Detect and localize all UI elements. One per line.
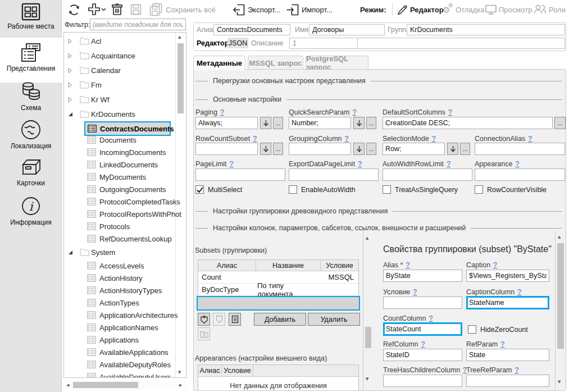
paging-down-button[interactable] [260,117,271,129]
debug-mode-icon[interactable]: ⚙ ⚙ [443,3,455,15]
countcolumn-prop-input[interactable] [383,322,462,336]
export-label[interactable]: Экспорт... [248,6,280,14]
tree-item[interactable]: Fm [64,78,176,92]
move-up-button-disabled[interactable] [198,327,210,340]
import-button[interactable] [286,3,299,16]
quicksearch-down-button[interactable] [353,117,365,129]
groupingcolumn-more-button[interactable]: ... [366,143,376,155]
quicksearch-input[interactable] [289,117,351,129]
tree-item[interactable]: KrDocuments [64,107,176,121]
tree-item[interactable]: MyDocuments [64,171,176,183]
condition-prop-input[interactable] [383,297,462,309]
treehaschildren-prop-input[interactable] [383,375,462,387]
refresh-button[interactable] [67,3,81,16]
tab-metadata[interactable]: Метаданные [193,56,245,70]
connectionalias-input[interactable] [475,143,565,155]
refparam-prop-input[interactable] [466,349,549,361]
column-header[interactable]: Условие [222,365,253,376]
quicksearch-more-button[interactable]: ... [366,117,376,129]
column-header[interactable]: Условие [321,260,358,271]
help-link[interactable]: ? [358,160,362,168]
help-link[interactable]: ? [413,288,417,296]
column-header[interactable]: Алиас [198,260,256,271]
help-link[interactable]: ? [220,108,224,116]
caption-prop-input[interactable] [466,270,549,282]
tree-item[interactable]: Acquaintance [64,48,176,63]
help-link[interactable]: ? [352,108,356,116]
help-link[interactable]: ? [230,160,234,168]
help-link[interactable]: ? [528,135,532,143]
expander-collapsed-icon[interactable] [68,97,72,103]
roles-mode-icon[interactable] [533,4,547,15]
mode-roles[interactable]: Роли [549,6,566,14]
paging-input[interactable] [195,117,258,129]
add-button[interactable] [87,3,106,16]
selectionmode-down-button[interactable] [447,143,458,155]
selectionmode-more-button[interactable]: ... [460,143,470,155]
tree-scroll-up[interactable]: ▲ [178,35,181,39]
paging-more-button[interactable]: ... [273,117,283,129]
tree-item[interactable]: ProtocolCompletedTasks [64,195,176,208]
help-link[interactable]: ? [515,160,519,168]
sidebar-item-localization[interactable]: Локализация [0,118,62,151]
tree-item[interactable]: Kr Wf [64,92,176,107]
tree-item[interactable]: ActionTypes [64,297,176,309]
tree-scroll-left[interactable]: ◀ [66,383,69,388]
hidezerocount-checkbox[interactable]: HideZeroCount [468,325,528,334]
tree-item[interactable]: System [64,245,176,259]
add-subset-button[interactable]: Добавить [254,313,306,326]
tree-item[interactable]: Applications [64,334,176,346]
sidebar-item-workplaces[interactable]: Рабочие места [0,2,62,35]
save-all-button[interactable] [148,2,163,17]
description-input[interactable]: 1 [289,38,565,49]
tree-item[interactable]: Acl [64,34,176,48]
expander-collapsed-icon[interactable] [68,67,72,74]
tree-item[interactable]: ActionHistoryTypes [64,284,176,297]
help-link[interactable]: ? [432,135,436,143]
defaultsort-more-button[interactable]: ... [554,117,566,129]
shield-button-disabled[interactable] [213,313,225,326]
autowidth-input[interactable] [383,168,472,181]
treatassinglequery-checkbox[interactable]: TreatAsSingleQuery [383,185,458,194]
sidebar-item-views[interactable]: Представления [0,38,62,83]
appearance-input[interactable] [475,168,565,181]
tree-item[interactable]: AvailableDeputyRoles [64,358,176,371]
expander-expanded-icon[interactable] [68,250,73,255]
tab-mssql[interactable]: MSSQL запрос [248,56,303,70]
groupingcolumn-down-button[interactable] [353,143,365,155]
subsets-scroll-thumb[interactable] [365,327,371,348]
help-link[interactable]: ? [429,314,433,322]
enableautowidth-checkbox[interactable]: EnableAutoWidth [289,185,356,194]
name-input[interactable] [309,24,385,35]
column-header[interactable]: Алиас [198,365,222,376]
help-link[interactable]: ? [500,340,504,348]
editor-type-chip[interactable]: JSON [227,38,248,48]
expander-expanded-icon[interactable] [68,112,73,117]
help-link[interactable]: ? [421,340,425,348]
help-link[interactable]: ? [448,108,452,116]
props-scroll-down[interactable]: ▼ [558,380,561,384]
sidebar-item-schema[interactable]: Схема [0,80,62,113]
group-input[interactable] [407,24,565,35]
tree-item[interactable]: AvailableDeputyUsers [64,371,176,378]
rowcountsubset-more-button[interactable]: ... [273,143,283,155]
edit-query-button[interactable] [229,313,241,326]
props-scroll-up[interactable]: ▲ [558,235,561,239]
mode-debug[interactable]: Отладка [456,6,484,14]
help-link[interactable]: ? [515,366,519,374]
help-link[interactable]: ? [517,288,521,296]
tree-item[interactable]: ActionHistory [64,272,176,284]
tree-item[interactable]: IncomingDocuments [64,146,176,158]
alias-prop-input[interactable] [383,270,462,282]
expander-collapsed-icon[interactable] [68,53,72,59]
subset-row[interactable]: ByDocType По типу документа [198,284,358,296]
tree-item[interactable]: Protocols [64,220,176,233]
tree-item[interactable]: RefDocumentsLookup [64,233,176,245]
tree-scroll-down[interactable]: ▼ [178,370,181,375]
tree-scroll-right[interactable]: ▶ [179,383,182,388]
help-link[interactable]: ? [493,261,497,269]
selectionmode-input[interactable] [383,143,445,155]
rowcountervisible-checkbox[interactable]: RowCounterVisible [475,185,547,194]
export-button[interactable] [233,3,246,16]
tree-item[interactable]: AvailableApplications [64,346,176,358]
